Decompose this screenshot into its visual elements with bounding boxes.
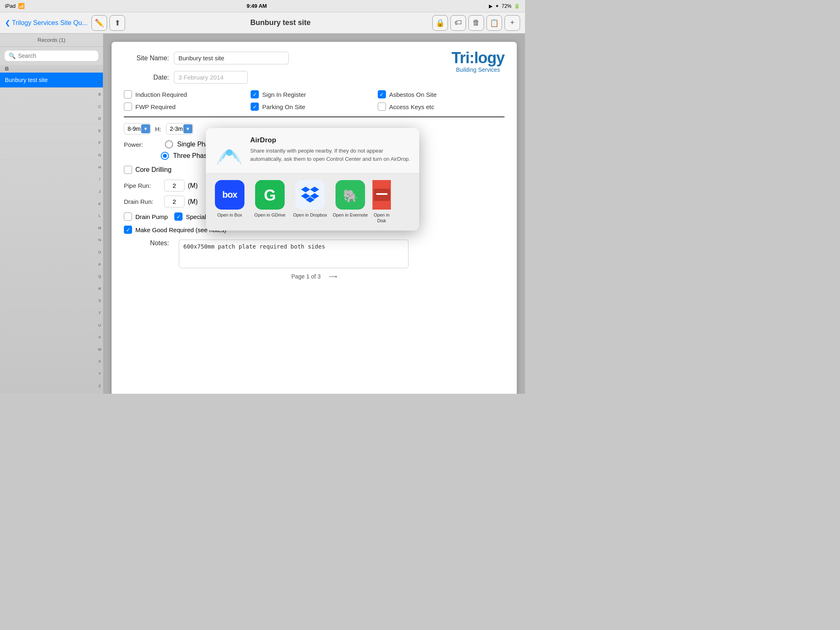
notes-label: Notes: <box>124 240 169 247</box>
fwp-checkbox[interactable] <box>124 103 132 111</box>
nav-title: Bunbury test site <box>132 18 428 27</box>
alpha-h[interactable]: H <box>97 165 102 170</box>
device-label: iPad <box>5 3 16 9</box>
height-select[interactable]: 8-9m <box>124 123 151 135</box>
core-drilling-label: Core Drilling <box>135 166 171 173</box>
asbestos-checkbox-item[interactable]: Asbestos On Site <box>378 90 504 98</box>
core-drilling-checkbox[interactable] <box>124 166 132 174</box>
search-box[interactable]: 🔍 <box>4 50 99 62</box>
alpha-z[interactable]: Z <box>97 384 102 388</box>
share-button[interactable]: ⬆ <box>110 15 125 31</box>
content-area: Tri:logy Building Services Site Name: Da… <box>103 34 525 394</box>
alpha-t[interactable]: T <box>97 311 102 315</box>
drain-run-input[interactable] <box>164 196 185 208</box>
induction-checkbox-item[interactable]: Induction Required <box>124 90 251 98</box>
alpha-y[interactable]: Y <box>97 372 102 376</box>
alpha-s[interactable]: S <box>97 299 102 303</box>
app-box[interactable]: box Open in Box <box>212 180 248 224</box>
alpha-m[interactable]: M <box>97 226 102 231</box>
bluetooth-icon: ✦ <box>495 3 499 9</box>
empty-row-k <box>0 232 103 250</box>
date-row: Date: <box>124 71 504 84</box>
tag-button[interactable]: 🏷 <box>450 15 466 31</box>
logo-area: Tri:logy Building Services <box>452 50 504 73</box>
empty-row-p <box>0 322 103 340</box>
alpha-e[interactable]: E <box>97 129 102 133</box>
date-input[interactable] <box>174 71 248 84</box>
alpha-o[interactable]: O <box>97 250 102 255</box>
alpha-r[interactable]: R <box>97 287 102 291</box>
location-icon: ▶ <box>489 3 493 9</box>
drain-run-label: Drain Run: <box>124 198 161 205</box>
alpha-i[interactable]: I <box>97 177 102 182</box>
make-good-checkbox[interactable] <box>124 226 132 234</box>
alpha-b[interactable]: B <box>97 92 102 97</box>
pipe-run-unit: (M) <box>188 182 198 189</box>
drain-run-unit: (M) <box>188 198 198 205</box>
trash-button[interactable]: 🗑 <box>468 15 484 31</box>
gdrive-icon: G <box>255 180 285 210</box>
access-keys-checkbox-item[interactable]: Access Keys etc <box>378 103 504 111</box>
add-button[interactable]: + <box>504 15 520 31</box>
record-bunbury[interactable]: Bunbury test site <box>0 73 103 88</box>
alpha-g[interactable]: G <box>97 153 102 158</box>
parking-checkbox[interactable] <box>251 103 259 111</box>
app-gdrive[interactable]: G Open in GDrive <box>252 180 288 224</box>
search-input[interactable] <box>18 52 94 59</box>
alpha-c[interactable]: C <box>97 105 102 109</box>
three-phase-radio[interactable] <box>161 152 169 160</box>
svg-marker-3 <box>301 187 310 192</box>
asbestos-checkbox[interactable] <box>378 90 386 98</box>
parking-checkbox-item[interactable]: Parking On Site <box>251 103 377 111</box>
alpha-k[interactable]: K <box>97 202 102 206</box>
alpha-l[interactable]: L <box>97 214 102 218</box>
alpha-q[interactable]: Q <box>97 274 102 279</box>
alpha-w[interactable]: W <box>97 347 102 352</box>
evernote-label: Open in Evernote <box>333 212 368 218</box>
alpha-j[interactable]: J <box>97 189 102 194</box>
alpha-a[interactable]: A <box>97 80 102 84</box>
empty-row-c <box>0 88 103 106</box>
alpha-u[interactable]: U <box>97 323 102 328</box>
alpha-n[interactable]: N <box>97 238 102 242</box>
site-name-input[interactable] <box>174 52 289 64</box>
edit-pencil-button[interactable]: ✏️ <box>91 15 107 31</box>
h-select[interactable]: 2-3m <box>166 123 193 135</box>
app-disk[interactable]: Open in Disk <box>372 180 391 224</box>
alpha-d[interactable]: D <box>97 116 102 121</box>
disk-label: Open in Disk <box>372 212 391 224</box>
next-arrow[interactable]: ⟶ <box>329 273 337 280</box>
drain-pump-checkbox[interactable] <box>124 212 132 221</box>
copy-button[interactable]: 📋 <box>486 15 502 31</box>
back-button[interactable]: ❮ Trilogy Services Site Qu... <box>5 19 87 27</box>
special-brackets-checkbox[interactable] <box>174 212 183 221</box>
sign-in-checkbox-item[interactable]: Sign In Register <box>251 90 377 98</box>
access-keys-checkbox[interactable] <box>378 103 386 111</box>
alpha-p[interactable]: P <box>97 262 102 267</box>
alpha-v[interactable]: V <box>97 335 102 340</box>
search-icon: 🔍 <box>9 52 16 59</box>
alpha-x[interactable]: X <box>97 359 102 364</box>
drain-pump-item[interactable]: Drain Pump <box>124 212 168 221</box>
airdrop-popover: AirDrop Share instantly with people near… <box>206 128 419 231</box>
app-evernote[interactable]: 🐘 Open in Evernote <box>332 180 368 224</box>
alphabet-bar: A B C D E F G H I J K L M N O P Q R S T … <box>96 75 103 394</box>
page-footer: Page 1 of 3 ⟶ <box>124 268 504 285</box>
fwp-checkbox-item[interactable]: FWP Required <box>124 103 251 111</box>
pipe-run-input[interactable] <box>164 180 185 192</box>
induction-checkbox[interactable] <box>124 90 132 98</box>
empty-row-n <box>0 286 103 304</box>
single-phase-radio[interactable] <box>165 140 173 148</box>
access-keys-label: Access Keys etc <box>389 103 434 110</box>
lock-button[interactable]: 🔒 <box>432 15 448 31</box>
sign-in-checkbox[interactable] <box>251 90 259 98</box>
checkbox-col-1: Induction Required FWP Required <box>124 90 251 111</box>
empty-row-i <box>0 196 103 214</box>
checkbox-col-2: Sign In Register Parking On Site <box>251 90 377 111</box>
site-name-label: Site Name: <box>124 55 169 62</box>
app-dropbox[interactable]: Open in Dropbox <box>292 180 328 224</box>
height-select-wrap: 8-9m ▼ <box>124 123 150 135</box>
empty-row-j <box>0 214 103 232</box>
alpha-f[interactable]: F <box>97 141 102 145</box>
notes-textarea[interactable]: 600x750mm patch plate required both side… <box>179 240 409 268</box>
